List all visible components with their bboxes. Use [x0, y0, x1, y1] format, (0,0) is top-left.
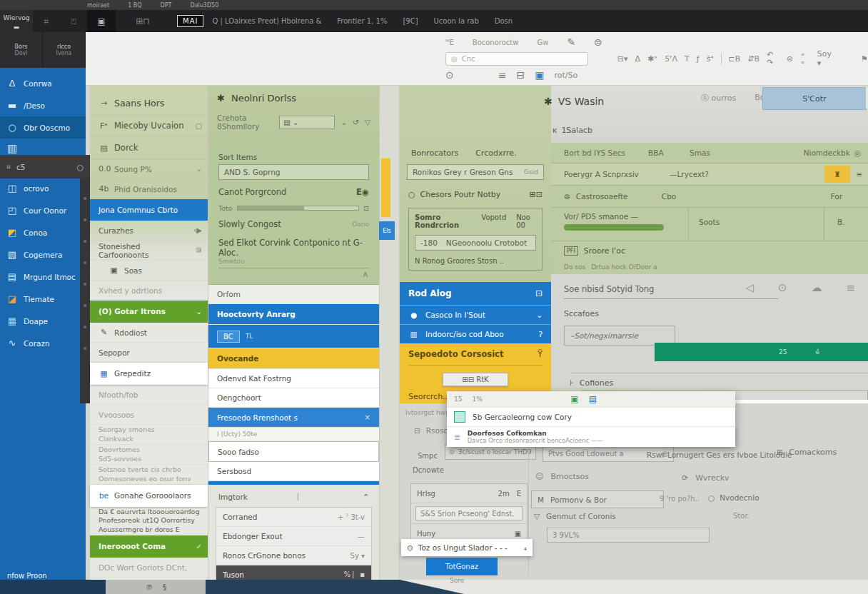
sidebar-item[interactable]: ▦ Doape	[0, 310, 86, 332]
cloud-icon[interactable]: ☁	[811, 281, 822, 294]
sidebar-tab[interactable]: rlcco Ivona	[43, 32, 86, 68]
dots-icon[interactable]: ∘ ∘	[800, 51, 810, 66]
rod-alog-row[interactable]: ▥ Indoorc/iso cod Aboo ʔ	[400, 324, 551, 343]
brush-icon[interactable]: ƒ	[697, 55, 700, 63]
list-item[interactable]: Xvhed y odrtions	[90, 281, 208, 301]
lock-icon[interactable]: ⊜	[787, 55, 793, 63]
layer-row[interactable]: Orfom	[208, 285, 379, 304]
vlpct-input[interactable]: 3 9VL%	[547, 528, 710, 543]
layer-row[interactable]: Fresoedo Rrenshoot s ×	[208, 408, 379, 428]
pcseong-input[interactable]: S&S Srion Pcseong' Ednst.	[415, 506, 523, 520]
monitor-icon[interactable]: ⊞⊓	[116, 10, 170, 32]
toolbar-search[interactable]: ◎ Cnc	[445, 52, 588, 66]
eye-icon[interactable]: E◉	[356, 187, 369, 197]
list-item[interactable]: Sepopor	[90, 343, 208, 363]
sidebar-item[interactable]: ▤ Mrgund Itmoc	[0, 266, 86, 288]
delta-icon[interactable]: Δ	[635, 55, 641, 63]
warning-button[interactable]: ♜	[824, 166, 850, 183]
window-icon[interactable]: ⊞⊡	[530, 190, 542, 199]
grid-row[interactable]: ⊜ Castrosoaefte Cbo For	[551, 186, 868, 208]
radio-icon[interactable]: ○	[408, 190, 415, 199]
imgtork-row[interactable]: Ebdonger Exout —	[216, 527, 371, 546]
target-icon[interactable]: ⊙	[445, 70, 454, 80]
sidebar-item[interactable]: ○ Obr Ooscmo	[0, 116, 86, 139]
history-dropdown[interactable]: ▤ ⌄	[279, 116, 335, 129]
titlebar-frontier[interactable]: Frontier 1, 1%	[337, 17, 387, 25]
tray-icon[interactable]: ℗	[146, 583, 153, 591]
list-item[interactable]: ▦ Grepeditz	[90, 363, 208, 385]
sidebar-tab[interactable]: Bors Dovi	[0, 32, 43, 68]
grid-row[interactable]: Do sos Drtua hock O/Door a	[551, 260, 868, 274]
collapse-hint[interactable]: A	[218, 268, 369, 278]
menu-item[interactable]: moiraet	[87, 2, 109, 9]
layer-row[interactable]: Oengchoort	[208, 388, 379, 408]
list-item[interactable]: DOc Wort Goriots DCnt,	[90, 558, 208, 578]
value-input[interactable]: -180 NGeoonooiu Crotobot	[415, 235, 536, 251]
huny-icon[interactable]: ▣	[515, 530, 521, 538]
expand-icon[interactable]: ⊡	[535, 288, 542, 298]
bc-chip[interactable]: BC	[217, 331, 240, 343]
layer-row[interactable]: Ovocande	[208, 348, 379, 369]
dropdown-item[interactable]: 5b Gercaoleorng cow Cory	[447, 407, 735, 426]
list-item[interactable]: Curazhes ‹▶	[90, 221, 208, 241]
sort-input[interactable]: AND S. Goprng	[218, 164, 369, 180]
salacb-label[interactable]: 1Salacb	[561, 126, 592, 135]
list-item[interactable]: Stoneished Carfoonoonts ⑩	[90, 241, 208, 261]
titlebar-ucoon[interactable]: Ucoon la rab	[434, 17, 479, 25]
layer-row[interactable]: Odenvd Kat Fostrng	[208, 369, 379, 388]
sidebar-item[interactable]: ▬ /Deso	[0, 94, 86, 116]
totgonaz-button[interactable]: TotGonaz	[426, 558, 498, 575]
person-icon[interactable]: ⌗	[33, 10, 60, 32]
imgtork-row[interactable]: Ronos CrGnone bonos Sy ▾	[216, 546, 371, 565]
list-item[interactable]: ✎ Rdodiost	[90, 323, 208, 343]
titlebar-tab[interactable]: Wiervog ▂	[0, 10, 33, 32]
tray-icon[interactable]: §	[163, 583, 166, 591]
hrlsg-row[interactable]: Hrlsg 2m E	[411, 484, 527, 503]
titlebar-search[interactable]: Q | LOairxes Preot) Hbolrena &	[212, 17, 321, 25]
list-item[interactable]: 4b Phid Oranisoidos	[90, 179, 208, 199]
col-header-4[interactable]: Niomdeckbk	[804, 148, 850, 157]
list-item[interactable]: Vvoosoos	[90, 405, 208, 425]
layer-row[interactable]: I (Ucty) 50te	[208, 428, 379, 441]
wvreckv-row[interactable]: ⟳ Wvreckv	[682, 473, 730, 483]
funnel-icon[interactable]: ▽	[365, 118, 370, 126]
list-item[interactable]: ▣ Soas	[90, 261, 208, 281]
app-icon[interactable]: ▣	[87, 10, 116, 32]
lb-group-icon[interactable]: ⇵B	[747, 55, 760, 63]
titlebar-dosn[interactable]: Dosn	[495, 17, 513, 25]
grid-row[interactable]: Vor/ PD5 smanoe — Soots B.	[551, 208, 868, 241]
cb-group-icon[interactable]: ⊏B	[729, 55, 741, 63]
col-header-3[interactable]: Smas	[690, 148, 775, 157]
grid-row[interactable]: Poerygr A Scnprxsiv —Lrycext? ♜ ≡	[551, 163, 868, 186]
sidebar-scroll-strip[interactable]	[80, 178, 90, 403]
clipboard-icon[interactable]: ⍞	[60, 10, 87, 32]
grid-row[interactable]: PFI Sroore l'oc	[551, 241, 868, 260]
layer-row[interactable]: BCTL	[208, 325, 379, 348]
list-item[interactable]: Fᵉ Miecoby Uvcaion ▢	[90, 115, 208, 137]
col-header-2[interactable]: BBA	[648, 148, 690, 157]
slador-popout[interactable]: ⊙ Toz os Ungut Slador - - - ₄	[401, 539, 533, 556]
bmoctsos-row[interactable]: ☺ Bmoctsos	[535, 472, 589, 481]
dropdown-item[interactable]: ≣ Doorfosos Cofkomkan Davca Orco:dosonra…	[447, 426, 735, 447]
pormonv-input[interactable]: M Pormonv & Bor	[531, 490, 664, 508]
undo-icon[interactable]: ↺	[353, 118, 359, 126]
blue-box-icon[interactable]: ▤	[589, 394, 597, 404]
rtk-button[interactable]: ⊞⊟ RtK	[443, 373, 508, 386]
list-item[interactable]: Seorgay smones Clankvack	[90, 425, 208, 445]
cursor-icon[interactable]: ◁	[745, 281, 754, 294]
ring-icon[interactable]: ⊜	[594, 37, 602, 47]
caret-up-icon[interactable]: ⌃	[363, 493, 369, 501]
sidebar-item[interactable]: ◰ Cour Oonor	[0, 199, 86, 221]
text-icon[interactable]: T	[685, 55, 690, 63]
toto-slider[interactable]	[237, 206, 359, 211]
sidebar-bottom-item[interactable]: nfow Proon	[0, 568, 86, 580]
list-item[interactable]: → Saans Hors	[90, 91, 208, 115]
sidebar-item[interactable]: ▧ Cogemera	[0, 243, 86, 266]
pen-icon[interactable]: ✎	[567, 37, 575, 47]
tab-ourros[interactable]: Ⓐ ourros	[701, 93, 736, 104]
sepoedoto-trail-icon[interactable]: Ϋ	[538, 349, 542, 359]
scotr-button[interactable]: S'Cotr	[762, 87, 867, 110]
menu-item[interactable]: Dalu3D50	[190, 2, 218, 9]
menu-item[interactable]: 1 BQ	[128, 2, 141, 9]
center-search-input[interactable]: Ronikos Grey r Greson Gns Gsid	[407, 164, 544, 180]
